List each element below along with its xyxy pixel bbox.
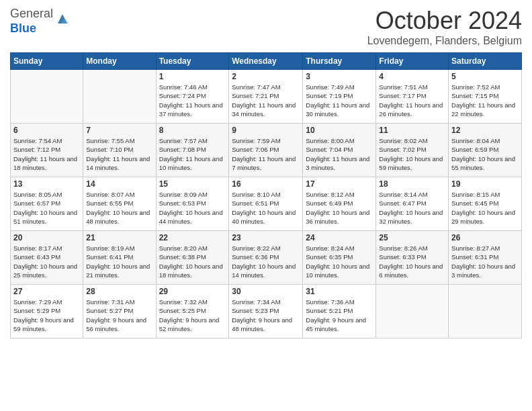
sunrise-text: Sunrise: 7:59 AM xyxy=(232,137,280,144)
week-row-2: 13 Sunrise: 8:05 AM Sunset: 6:57 PM Dayl… xyxy=(11,177,522,231)
day-number: 6 xyxy=(13,126,80,135)
sunrise-text: Sunrise: 7:49 AM xyxy=(306,83,354,91)
daylight-text: Daylight: 10 hours and 14 minutes. xyxy=(232,263,296,279)
day-info: Sunrise: 7:57 AM Sunset: 7:08 PM Dayligh… xyxy=(159,136,226,172)
sunset-text: Sunset: 6:41 PM xyxy=(86,253,133,261)
daylight-text: Daylight: 10 hours and 29 minutes. xyxy=(451,209,515,225)
day-number: 3 xyxy=(306,72,373,81)
day-cell: 9 Sunrise: 7:59 AM Sunset: 7:06 PM Dayli… xyxy=(229,124,303,177)
sunset-text: Sunset: 7:02 PM xyxy=(379,146,426,153)
daylight-text: Daylight: 10 hours and 3 minutes. xyxy=(451,263,515,279)
sunset-text: Sunset: 5:29 PM xyxy=(13,307,60,314)
day-cell: 13 Sunrise: 8:05 AM Sunset: 6:57 PM Dayl… xyxy=(11,177,83,231)
sunset-text: Sunset: 7:12 PM xyxy=(13,146,60,153)
day-cell: 30 Sunrise: 7:34 AM Sunset: 5:23 PM Dayl… xyxy=(229,285,303,338)
day-info: Sunrise: 8:14 AM Sunset: 6:47 PM Dayligh… xyxy=(379,190,445,226)
sunset-text: Sunset: 7:19 PM xyxy=(306,92,353,99)
daylight-text: Daylight: 10 hours and 55 minutes. xyxy=(451,155,515,171)
day-info: Sunrise: 7:49 AM Sunset: 7:19 PM Dayligh… xyxy=(306,83,373,118)
daylight-text: Daylight: 9 hours and 52 minutes. xyxy=(159,316,220,332)
col-friday: Friday xyxy=(376,53,449,70)
day-cell: 6 Sunrise: 7:54 AM Sunset: 7:12 PM Dayli… xyxy=(11,124,83,177)
day-cell: 18 Sunrise: 8:14 AM Sunset: 6:47 PM Dayl… xyxy=(376,177,449,231)
daylight-text: Daylight: 10 hours and 32 minutes. xyxy=(379,209,443,225)
day-cell: 15 Sunrise: 8:09 AM Sunset: 6:53 PM Dayl… xyxy=(156,177,229,231)
sunset-text: Sunset: 5:23 PM xyxy=(232,307,279,314)
sunrise-text: Sunrise: 8:19 AM xyxy=(86,244,134,252)
calendar-body: 1 Sunrise: 7:46 AM Sunset: 7:24 PM Dayli… xyxy=(11,70,522,338)
day-number: 17 xyxy=(306,179,373,189)
day-cell: 7 Sunrise: 7:55 AM Sunset: 7:10 PM Dayli… xyxy=(83,124,156,177)
sunset-text: Sunset: 6:43 PM xyxy=(13,253,60,261)
sunset-text: Sunset: 5:21 PM xyxy=(306,307,353,314)
day-info: Sunrise: 8:10 AM Sunset: 6:51 PM Dayligh… xyxy=(232,190,300,226)
sunrise-text: Sunrise: 7:46 AM xyxy=(159,83,208,91)
day-info: Sunrise: 8:09 AM Sunset: 6:53 PM Dayligh… xyxy=(159,190,226,226)
daylight-text: Daylight: 10 hours and 21 minutes. xyxy=(86,263,150,279)
daylight-text: Daylight: 11 hours and 10 minutes. xyxy=(159,155,223,171)
sunrise-text: Sunrise: 7:36 AM xyxy=(306,298,354,306)
day-number: 7 xyxy=(86,126,152,135)
day-cell: 4 Sunrise: 7:51 AM Sunset: 7:17 PM Dayli… xyxy=(376,70,449,124)
header-row: Sunday Monday Tuesday Wednesday Thursday… xyxy=(11,53,522,70)
day-info: Sunrise: 7:34 AM Sunset: 5:23 PM Dayligh… xyxy=(232,298,300,333)
daylight-text: Daylight: 11 hours and 3 minutes. xyxy=(306,155,369,171)
col-wednesday: Wednesday xyxy=(229,53,303,70)
day-number: 15 xyxy=(159,179,226,189)
sunset-text: Sunset: 7:10 PM xyxy=(86,146,133,153)
daylight-text: Daylight: 11 hours and 37 minutes. xyxy=(159,101,223,118)
sunrise-text: Sunrise: 8:04 AM xyxy=(451,137,500,144)
day-cell: 17 Sunrise: 8:12 AM Sunset: 6:49 PM Dayl… xyxy=(303,177,376,231)
day-number: 30 xyxy=(232,287,300,296)
sunrise-text: Sunrise: 8:15 AM xyxy=(451,191,500,198)
daylight-text: Daylight: 9 hours and 56 minutes. xyxy=(86,316,146,332)
daylight-text: Daylight: 10 hours and 48 minutes. xyxy=(86,209,150,225)
logo-icon xyxy=(55,11,70,26)
daylight-text: Daylight: 11 hours and 22 minutes. xyxy=(451,101,515,118)
sunset-text: Sunset: 6:36 PM xyxy=(232,253,279,261)
day-number: 12 xyxy=(451,126,519,135)
sunset-text: Sunset: 6:57 PM xyxy=(13,199,60,207)
sunrise-text: Sunrise: 8:12 AM xyxy=(306,191,354,198)
day-info: Sunrise: 7:32 AM Sunset: 5:25 PM Dayligh… xyxy=(159,298,226,333)
sunset-text: Sunset: 6:51 PM xyxy=(232,199,279,207)
sunset-text: Sunset: 6:53 PM xyxy=(159,199,206,207)
sunrise-text: Sunrise: 7:55 AM xyxy=(86,137,134,144)
sunset-text: Sunset: 6:35 PM xyxy=(306,253,353,261)
day-cell: 25 Sunrise: 8:26 AM Sunset: 6:33 PM Dayl… xyxy=(376,231,449,285)
sunset-text: Sunset: 7:04 PM xyxy=(306,146,353,153)
day-number: 19 xyxy=(451,179,519,189)
day-cell: 10 Sunrise: 8:00 AM Sunset: 7:04 PM Dayl… xyxy=(303,124,376,177)
daylight-text: Daylight: 10 hours and 44 minutes. xyxy=(159,209,223,225)
week-row-3: 20 Sunrise: 8:17 AM Sunset: 6:43 PM Dayl… xyxy=(11,231,522,285)
day-cell: 2 Sunrise: 7:47 AM Sunset: 7:21 PM Dayli… xyxy=(229,70,303,124)
sunrise-text: Sunrise: 8:05 AM xyxy=(13,191,62,198)
daylight-text: Daylight: 10 hours and 6 minutes. xyxy=(379,263,443,279)
sunset-text: Sunset: 7:15 PM xyxy=(451,92,498,99)
calendar-header: Sunday Monday Tuesday Wednesday Thursday… xyxy=(11,53,522,70)
sunset-text: Sunset: 7:17 PM xyxy=(379,92,426,99)
sunrise-text: Sunrise: 8:22 AM xyxy=(232,244,280,252)
sunrise-text: Sunrise: 8:17 AM xyxy=(13,244,62,252)
day-cell xyxy=(449,285,522,338)
day-info: Sunrise: 7:59 AM Sunset: 7:06 PM Dayligh… xyxy=(232,136,300,172)
day-info: Sunrise: 7:52 AM Sunset: 7:15 PM Dayligh… xyxy=(451,83,519,118)
day-info: Sunrise: 8:05 AM Sunset: 6:57 PM Dayligh… xyxy=(13,190,80,226)
daylight-text: Daylight: 10 hours and 51 minutes. xyxy=(13,209,77,225)
sunrise-text: Sunrise: 7:47 AM xyxy=(232,83,280,91)
day-info: Sunrise: 8:00 AM Sunset: 7:04 PM Dayligh… xyxy=(306,136,373,172)
day-number: 4 xyxy=(379,72,445,81)
daylight-text: Daylight: 10 hours and 25 minutes. xyxy=(13,263,77,279)
daylight-text: Daylight: 11 hours and 26 minutes. xyxy=(379,101,443,118)
daylight-text: Daylight: 11 hours and 7 minutes. xyxy=(232,155,296,171)
day-number: 24 xyxy=(306,233,373,242)
logo: General Blue xyxy=(10,7,70,36)
sunset-text: Sunset: 6:38 PM xyxy=(159,253,206,261)
sunrise-text: Sunrise: 7:51 AM xyxy=(379,83,427,91)
sunset-text: Sunset: 6:47 PM xyxy=(379,199,426,207)
calendar-container: General Blue October 2024 Lovendegem, Fl… xyxy=(0,0,532,342)
day-cell: 16 Sunrise: 8:10 AM Sunset: 6:51 PM Dayl… xyxy=(229,177,303,231)
day-cell: 24 Sunrise: 8:24 AM Sunset: 6:35 PM Dayl… xyxy=(303,231,376,285)
day-cell: 21 Sunrise: 8:19 AM Sunset: 6:41 PM Dayl… xyxy=(83,231,156,285)
sunset-text: Sunset: 6:49 PM xyxy=(306,199,353,207)
